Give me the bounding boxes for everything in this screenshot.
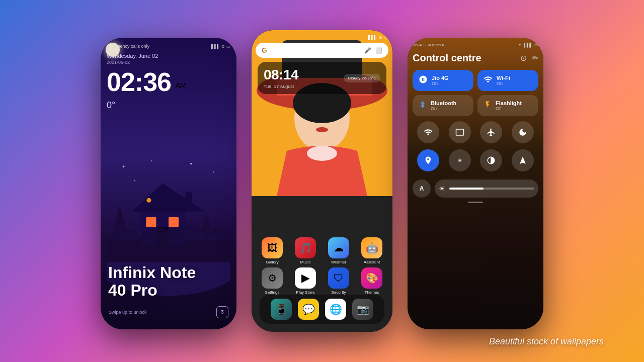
music-label: Music (300, 260, 311, 264)
cc-btn-invert[interactable] (480, 149, 502, 171)
assistant-label: Assistant (364, 260, 380, 264)
cc-flash-sub: Off (496, 106, 522, 111)
hs-app-assistant[interactable]: 🤖 Assistant (359, 237, 384, 264)
ls-battery: ▭ (226, 44, 230, 49)
cc-settings-icon[interactable]: ⊙ (520, 53, 527, 63)
hs-dock: 📱 💬 🌐 📷 (260, 295, 384, 324)
cc-edit-icon[interactable]: ✏ (532, 53, 538, 63)
svg-marker-10 (112, 206, 127, 231)
phone-3-screen: Jio 4G | Vi India li ✦ ▌▌▌ ▭ Control cen… (408, 38, 543, 329)
cc-brightness-icon: ☀ (439, 185, 445, 193)
playstore-label: Play Store (296, 290, 315, 295)
cc-brightness-row: A ☀ (413, 179, 538, 198)
weather-icon: ☁ (328, 237, 349, 258)
controlcentre-bg: Jio 4G | Vi India li ✦ ▌▌▌ ▭ Control cen… (408, 38, 543, 329)
dock-phone-icon[interactable]: 📱 (271, 299, 292, 320)
svg-rect-4 (146, 217, 156, 227)
svg-marker-3 (132, 184, 205, 212)
hs-battery-icon: ▭ (384, 35, 388, 40)
google-g-logo: G (262, 46, 267, 54)
hs-clock-widget: 08:14 Tue, 17 August Cloudy 22-26°C (258, 62, 386, 94)
cc-flash-icon (484, 100, 492, 111)
cc-wifi-icon (484, 75, 493, 86)
cc-tile-bt-text: Bluetooth On (431, 100, 456, 111)
ls-camera-icon[interactable] (216, 306, 228, 318)
hs-app-music[interactable]: 🎵 Music (293, 237, 318, 264)
cc-bt-tile-icon (419, 100, 427, 111)
cc-auto-label: A (420, 185, 424, 192)
cc-tile-flashlight[interactable]: Flashlight Off (477, 95, 538, 116)
hs-widget-date: Tue, 17 August (264, 84, 298, 89)
cc-jio-sub: On (432, 81, 449, 86)
dock-chrome-icon[interactable]: 🌐 (325, 299, 346, 320)
ls-date: Wendesday, June 02 (107, 53, 230, 59)
gallery-label: Gallery (266, 260, 278, 264)
hs-clock-left: 08:14 Tue, 17 August (264, 67, 298, 89)
hs-spacer (256, 98, 388, 237)
hs-app-weather[interactable]: ☁ Weather (326, 237, 351, 264)
phones-container: Emergency calls only ▌▌▌ ⊙ ▭ Wendesday, … (0, 0, 644, 362)
themes-icon: 🎨 (361, 267, 382, 289)
cc-wifi-sub: On (497, 81, 510, 86)
hs-app-gallery[interactable]: 🖼 Gallery (260, 237, 285, 264)
cc-brightness-slider[interactable]: ☀ (435, 179, 538, 198)
hs-app-security[interactable]: 🛡 Security (326, 267, 351, 295)
cc-signal: ▌▌▌ (524, 43, 532, 47)
ls-temperature: 0° (107, 100, 230, 111)
hs-app-playstore[interactable]: ▶ Play Store (293, 267, 318, 295)
svg-point-13 (123, 166, 124, 167)
ls-moon-icon (106, 43, 120, 57)
cc-btn-screen[interactable] (449, 121, 471, 143)
hs-search-bar[interactable]: G 🎤 ⬜ (256, 43, 388, 58)
mic-icon[interactable]: 🎤 (364, 47, 371, 54)
ls-time-container: 02:36 AM (107, 69, 230, 95)
hs-app-themes[interactable]: 🎨 Themes (359, 267, 384, 295)
hs-app-row-1: 🖼 Gallery 🎵 Music ☁ Weather 🤖 (256, 237, 388, 264)
cc-jio-name: Jio 4G (432, 75, 449, 81)
phone-2: ▌▌▌ ⊙ ▭ G 🎤 ⬜ (252, 30, 392, 332)
svg-point-17 (134, 180, 135, 181)
dock-chat-icon[interactable]: 💬 (298, 299, 319, 320)
ls-bottom: Swipe up to unlock (107, 301, 230, 323)
svg-rect-7 (186, 192, 192, 206)
cc-tile-jio[interactable]: Jio 4G On (413, 70, 473, 91)
gallery-icon: 🖼 (262, 237, 283, 258)
phone1-title-line2: 40 Pro (108, 282, 229, 299)
hs-app-settings[interactable]: ⚙ Settings (260, 267, 285, 295)
cc-bt-icon: ✦ (518, 43, 522, 47)
cc-btn-eye[interactable] (449, 149, 471, 171)
cc-tile-bluetooth[interactable]: Bluetooth On (413, 95, 473, 116)
cc-battery: ▭ (534, 43, 538, 47)
cc-btn-moon[interactable] (512, 121, 534, 143)
homescreen-bg: ▌▌▌ ⊙ ▭ G 🎤 ⬜ (252, 30, 392, 332)
hs-app-row-2: ⚙ Settings ▶ Play Store 🛡 Security 🎨 (256, 267, 388, 295)
lens-icon[interactable]: ⬜ (375, 47, 382, 54)
ls-wifi: ⊙ (221, 44, 225, 49)
cc-status-icons: ✦ ▌▌▌ ▭ (518, 43, 538, 47)
svg-point-14 (151, 160, 152, 161)
themes-label: Themes (365, 290, 379, 295)
cc-carrier: Jio 4G | Vi India li (413, 43, 444, 47)
dock-camera-icon[interactable]: 📷 (352, 299, 373, 320)
cc-btn-wifi-q[interactable] (417, 121, 439, 143)
cc-auto-btn[interactable]: A (413, 179, 431, 198)
hs-search-icons: 🎤 ⬜ (364, 47, 382, 54)
settings-icon: ⚙ (262, 267, 283, 289)
cc-tile-wifi[interactable]: Wi-Fi On (477, 70, 538, 91)
cc-tile-flash-text: Flashlight Off (496, 100, 522, 111)
cc-tile-jio-text: Jio 4G On (432, 75, 449, 86)
svg-point-30 (459, 160, 460, 161)
cc-swipe-indicator (468, 202, 483, 203)
cc-bt-name: Bluetooth (431, 100, 456, 106)
svg-point-8 (146, 198, 151, 203)
cc-brightness-fill (449, 188, 484, 190)
hs-content: ▌▌▌ ⊙ ▭ G 🎤 ⬜ (252, 30, 392, 332)
cc-btn-location[interactable] (417, 149, 439, 171)
cc-wifi-name: Wi-Fi (497, 75, 510, 81)
cc-btn-navigate[interactable] (512, 149, 534, 171)
cc-btn-airplane[interactable] (480, 121, 502, 143)
cc-quick-row-1 (413, 121, 538, 143)
cc-title: Control centre (413, 52, 481, 64)
hs-status-bar: ▌▌▌ ⊙ ▭ (256, 35, 388, 40)
svg-rect-5 (169, 217, 179, 227)
